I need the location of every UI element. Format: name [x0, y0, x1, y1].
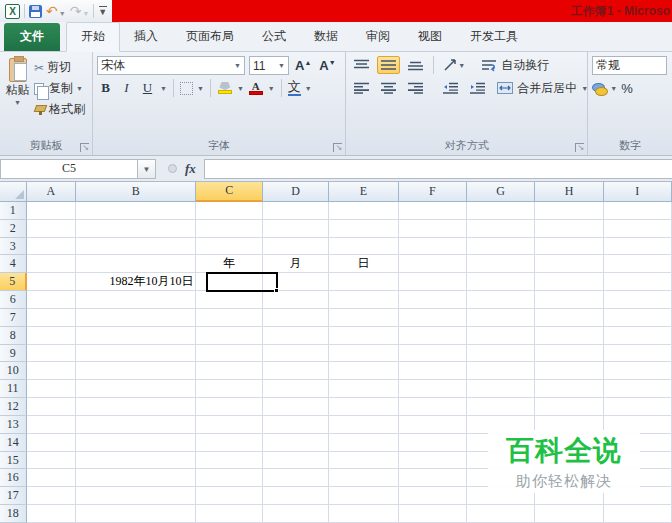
- cell-F16[interactable]: [399, 469, 467, 487]
- cell-H4[interactable]: [535, 255, 603, 273]
- cell-C9[interactable]: [196, 345, 262, 363]
- cell-E4[interactable]: 日: [329, 255, 398, 273]
- cell-D2[interactable]: [263, 220, 329, 238]
- cell-F18[interactable]: [399, 505, 467, 523]
- cell-D1[interactable]: [263, 202, 329, 220]
- phonetic-dropdown-arrow[interactable]: ▼: [305, 85, 312, 92]
- decrease-indent-button[interactable]: [439, 79, 462, 97]
- cell-D15[interactable]: [263, 452, 329, 470]
- shrink-font-button[interactable]: A▼: [317, 58, 337, 73]
- align-center-button[interactable]: [377, 79, 400, 97]
- cell-G4[interactable]: [467, 255, 535, 273]
- cell-D8[interactable]: [263, 327, 329, 345]
- row-header-11[interactable]: 11: [0, 380, 27, 398]
- currency-format-icon[interactable]: [592, 83, 606, 95]
- redo-button[interactable]: ↷▼: [70, 4, 90, 19]
- cell-B3[interactable]: [76, 238, 196, 256]
- cell-D12[interactable]: [263, 398, 329, 416]
- excel-app-icon[interactable]: X: [5, 4, 20, 19]
- cell-F1[interactable]: [399, 202, 467, 220]
- cell-E17[interactable]: [329, 487, 398, 505]
- cell-E15[interactable]: [329, 452, 398, 470]
- cell-A1[interactable]: [27, 202, 76, 220]
- row-header-14[interactable]: 14: [0, 434, 27, 452]
- cell-D9[interactable]: [263, 345, 329, 363]
- cell-H5[interactable]: [535, 273, 603, 291]
- borders-icon[interactable]: [180, 82, 193, 95]
- cell-F7[interactable]: [399, 309, 467, 327]
- cell-G5[interactable]: [467, 273, 535, 291]
- row-header-6[interactable]: 6: [0, 291, 27, 309]
- paste-dropdown-arrow[interactable]: ▼: [14, 99, 21, 106]
- font-color-button[interactable]: A: [248, 81, 264, 95]
- cell-E6[interactable]: [329, 291, 398, 309]
- column-header-B[interactable]: B: [76, 182, 197, 202]
- align-middle-button[interactable]: [377, 56, 400, 74]
- cell-C1[interactable]: [196, 202, 262, 220]
- cell-I8[interactable]: [604, 327, 672, 345]
- row-header-4[interactable]: 4: [0, 255, 27, 273]
- tab-公式[interactable]: 公式: [248, 23, 300, 51]
- formula-input[interactable]: [204, 159, 672, 179]
- cell-D7[interactable]: [263, 309, 329, 327]
- cell-I9[interactable]: [604, 345, 672, 363]
- currency-dropdown-arrow[interactable]: ▼: [610, 85, 617, 92]
- cell-C17[interactable]: [196, 487, 262, 505]
- cell-H3[interactable]: [535, 238, 603, 256]
- cell-B10[interactable]: [76, 362, 196, 380]
- tab-文件[interactable]: 文件: [4, 23, 60, 51]
- cut-button[interactable]: ✂ 剪切: [31, 58, 88, 77]
- cell-A17[interactable]: [27, 487, 76, 505]
- cell-H12[interactable]: [535, 398, 603, 416]
- cell-D17[interactable]: [263, 487, 329, 505]
- cell-A11[interactable]: [27, 380, 76, 398]
- cell-F11[interactable]: [399, 380, 467, 398]
- cell-G9[interactable]: [467, 345, 535, 363]
- row-header-1[interactable]: 1: [0, 202, 27, 220]
- tab-插入[interactable]: 插入: [120, 23, 172, 51]
- cell-C3[interactable]: [196, 238, 262, 256]
- cell-A16[interactable]: [27, 469, 76, 487]
- cell-C15[interactable]: [196, 452, 262, 470]
- tab-视图[interactable]: 视图: [404, 23, 456, 51]
- cell-I4[interactable]: [604, 255, 672, 273]
- cell-I7[interactable]: [604, 309, 672, 327]
- cell-A4[interactable]: [27, 255, 76, 273]
- cell-A18[interactable]: [27, 505, 76, 523]
- increase-indent-button[interactable]: [466, 79, 489, 97]
- cell-D6[interactable]: [263, 291, 329, 309]
- cell-G11[interactable]: [467, 380, 535, 398]
- select-all-button[interactable]: [0, 182, 27, 202]
- format-painter-button[interactable]: 格式刷: [31, 100, 88, 119]
- fill-color-button[interactable]: [217, 82, 233, 94]
- cell-B11[interactable]: [76, 380, 196, 398]
- cell-D3[interactable]: [263, 238, 329, 256]
- row-header-12[interactable]: 12: [0, 398, 27, 416]
- cell-G18[interactable]: [467, 505, 535, 523]
- cell-H10[interactable]: [535, 362, 603, 380]
- cell-A6[interactable]: [27, 291, 76, 309]
- cell-I5[interactable]: [604, 273, 672, 291]
- row-header-15[interactable]: 15: [0, 452, 27, 470]
- cell-D18[interactable]: [263, 505, 329, 523]
- cell-I10[interactable]: [604, 362, 672, 380]
- cell-B15[interactable]: [76, 452, 196, 470]
- cell-C18[interactable]: [196, 505, 262, 523]
- cell-C8[interactable]: [196, 327, 262, 345]
- underline-button[interactable]: U: [139, 80, 156, 96]
- save-icon[interactable]: [29, 5, 42, 18]
- tab-审阅[interactable]: 审阅: [352, 23, 404, 51]
- insert-function-button[interactable]: fx: [185, 161, 196, 177]
- phonetic-guide-button[interactable]: 文: [288, 80, 301, 96]
- cell-C5[interactable]: [196, 273, 262, 291]
- cell-F17[interactable]: [399, 487, 467, 505]
- cell-D16[interactable]: [263, 469, 329, 487]
- cell-E3[interactable]: [329, 238, 398, 256]
- tab-开发工具[interactable]: 开发工具: [456, 23, 532, 51]
- bold-button[interactable]: B: [97, 80, 114, 96]
- align-bottom-button[interactable]: [404, 56, 427, 74]
- cell-E12[interactable]: [329, 398, 398, 416]
- cell-B17[interactable]: [76, 487, 196, 505]
- cell-H7[interactable]: [535, 309, 603, 327]
- cell-A2[interactable]: [27, 220, 76, 238]
